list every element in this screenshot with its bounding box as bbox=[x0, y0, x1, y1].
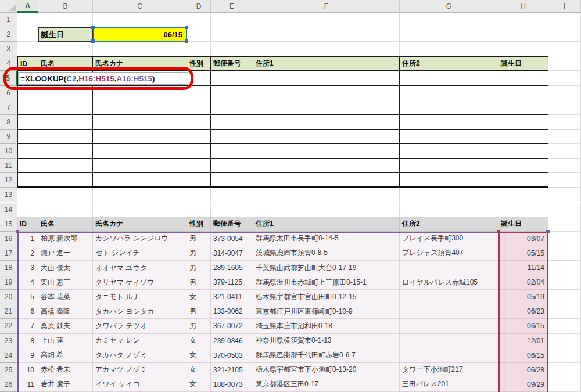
cell-I19[interactable] bbox=[548, 275, 581, 290]
cell-F8[interactable] bbox=[253, 115, 400, 130]
cell-E13[interactable] bbox=[211, 188, 253, 202]
cell-C23[interactable]: カミヤマ レン bbox=[93, 334, 187, 348]
cell-I4[interactable] bbox=[548, 56, 581, 71]
cell-F12[interactable] bbox=[253, 173, 400, 188]
cell-G24[interactable] bbox=[400, 348, 498, 363]
cell-G13[interactable] bbox=[400, 188, 498, 202]
cell-B20[interactable]: 谷本 琉菜 bbox=[38, 290, 93, 304]
row-header-26[interactable]: 26 bbox=[0, 377, 17, 392]
cell-H18[interactable]: 11/14 bbox=[498, 261, 548, 275]
cell-E20[interactable]: 321-0411 bbox=[211, 290, 253, 304]
row-header-11[interactable]: 11 bbox=[0, 159, 17, 173]
cell-E7[interactable] bbox=[211, 100, 253, 115]
cell-I12[interactable] bbox=[548, 173, 581, 188]
cell-H2[interactable] bbox=[498, 27, 548, 42]
column-header-A[interactable]: A bbox=[17, 0, 38, 13]
row-header-7[interactable]: 7 bbox=[0, 100, 17, 115]
cell-G17[interactable]: プレシャス須賀407 bbox=[400, 246, 498, 261]
selection-handle-c2-0[interactable] bbox=[91, 26, 95, 29]
cell-E18[interactable]: 289-1605 bbox=[211, 261, 253, 275]
cell-C18[interactable]: オオヤマ ユウタ bbox=[93, 261, 187, 275]
cell-D24[interactable]: 女 bbox=[187, 348, 211, 363]
cell-I13[interactable] bbox=[548, 188, 581, 202]
cell-G12[interactable] bbox=[400, 173, 498, 188]
cell-D8[interactable] bbox=[187, 115, 211, 130]
column-header-H[interactable]: H bbox=[498, 0, 548, 13]
cell-G10[interactable] bbox=[400, 144, 498, 159]
cell-D16[interactable]: 男 bbox=[187, 232, 211, 246]
cell-F9[interactable] bbox=[253, 130, 400, 144]
cell-G18[interactable] bbox=[400, 261, 498, 275]
cell-I26[interactable] bbox=[548, 377, 581, 392]
cell-E25[interactable]: 321-2105 bbox=[211, 363, 253, 377]
cell-H10[interactable] bbox=[498, 144, 548, 159]
cell-I9[interactable] bbox=[548, 130, 581, 144]
cell-E17[interactable]: 314-0047 bbox=[211, 246, 253, 261]
cell-B7[interactable] bbox=[38, 100, 93, 115]
cell-B8[interactable] bbox=[38, 115, 93, 130]
cell-G25[interactable]: タワー下小池町217 bbox=[400, 363, 498, 377]
cell-A7[interactable] bbox=[17, 100, 38, 115]
cell-G26[interactable]: 三田パレス201 bbox=[400, 377, 498, 392]
cell-I6[interactable] bbox=[548, 86, 581, 100]
cell-A2[interactable] bbox=[17, 27, 38, 42]
cell-C26[interactable]: イワイ ケイコ bbox=[93, 377, 187, 392]
cell-C9[interactable] bbox=[93, 130, 187, 144]
cell-I10[interactable] bbox=[548, 144, 581, 159]
cell-B9[interactable] bbox=[38, 130, 93, 144]
cell-I8[interactable] bbox=[548, 115, 581, 130]
cell-G1[interactable] bbox=[400, 13, 498, 27]
cell-D22[interactable]: 男 bbox=[187, 319, 211, 333]
cell-C19[interactable]: クリヤマ ケイゾウ bbox=[93, 275, 187, 290]
cell-B19[interactable]: 栗山 恵三 bbox=[38, 275, 93, 290]
row-header-2[interactable]: 2 bbox=[0, 27, 17, 42]
cell-A15[interactable]: ID bbox=[17, 217, 38, 232]
cell-I16[interactable] bbox=[548, 232, 581, 246]
cell-G22[interactable] bbox=[400, 319, 498, 333]
cell-B3[interactable] bbox=[38, 42, 93, 56]
cell-G9[interactable] bbox=[400, 130, 498, 144]
cell-C2[interactable]: 06/15 bbox=[93, 27, 187, 42]
cell-F2[interactable] bbox=[253, 27, 400, 42]
cell-E15[interactable]: 郵便番号 bbox=[211, 217, 253, 232]
cell-B23[interactable]: 上山 蓮 bbox=[38, 334, 93, 348]
row-header-19[interactable]: 19 bbox=[0, 275, 17, 290]
cell-B2[interactable]: 誕生日 bbox=[38, 27, 93, 42]
cell-D23[interactable]: 女 bbox=[187, 334, 211, 348]
cell-I3[interactable] bbox=[548, 42, 581, 56]
cell-I15[interactable] bbox=[548, 217, 581, 232]
cell-F22[interactable]: 埼玉県本庄市沼和田0-18 bbox=[253, 319, 400, 333]
cell-F20[interactable]: 栃木県宇都宮市宮山田町0-12-15 bbox=[253, 290, 400, 304]
cell-C11[interactable] bbox=[93, 159, 187, 173]
cell-B22[interactable]: 桑原 鉄夫 bbox=[38, 319, 93, 333]
cell-D10[interactable] bbox=[187, 144, 211, 159]
cell-B14[interactable] bbox=[38, 203, 93, 217]
cell-C12[interactable] bbox=[93, 173, 187, 188]
cell-A14[interactable] bbox=[17, 203, 38, 217]
cell-C14[interactable] bbox=[93, 203, 187, 217]
cell-G19[interactable]: ロイヤルパレス赤城105 bbox=[400, 275, 498, 290]
cell-E10[interactable] bbox=[211, 144, 253, 159]
cell-B26[interactable]: 岩井 慶子 bbox=[38, 377, 93, 392]
cell-G15[interactable]: 住所2 bbox=[400, 217, 498, 232]
cell-D9[interactable] bbox=[187, 130, 211, 144]
cell-G7[interactable] bbox=[400, 100, 498, 115]
cell-A23[interactable]: 8 bbox=[17, 334, 38, 348]
cell-H3[interactable] bbox=[498, 42, 548, 56]
cell-A19[interactable]: 4 bbox=[17, 275, 38, 290]
row-header-23[interactable]: 23 bbox=[0, 334, 17, 348]
cell-D7[interactable] bbox=[187, 100, 211, 115]
cell-H20[interactable]: 05/19 bbox=[498, 290, 548, 304]
cell-D6[interactable] bbox=[187, 86, 211, 100]
row-header-21[interactable]: 21 bbox=[0, 304, 17, 319]
cell-I22[interactable] bbox=[548, 319, 581, 333]
cell-H4[interactable]: 誕生日 bbox=[498, 56, 548, 71]
cell-I2[interactable] bbox=[548, 27, 581, 42]
cell-B10[interactable] bbox=[38, 144, 93, 159]
cell-H23[interactable]: 12/01 bbox=[498, 334, 548, 348]
cell-E12[interactable] bbox=[211, 173, 253, 188]
column-header-D[interactable]: D bbox=[187, 0, 211, 13]
cell-C25[interactable]: アカマツ ノゾミ bbox=[93, 363, 187, 377]
cell-D3[interactable] bbox=[187, 42, 211, 56]
cell-C21[interactable]: タカハシ ヨシタカ bbox=[93, 304, 187, 319]
